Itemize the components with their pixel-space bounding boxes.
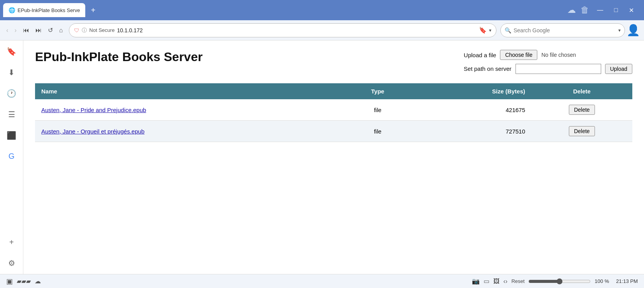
battery-icon: ▰▰▰: [17, 277, 31, 285]
home-button[interactable]: ⌂: [57, 25, 65, 35]
sidebar-list-icon[interactable]: ☰: [6, 107, 18, 121]
page-title: EPub-InkPlate Books Server: [35, 50, 202, 64]
sidebar-download-icon[interactable]: ⬇: [6, 65, 17, 79]
cloud-icon[interactable]: ☁: [567, 5, 576, 15]
no-file-text: No file chosen: [541, 52, 576, 58]
file-name-cell: Austen, Jane - Orgueil et préjugés.epub: [35, 121, 344, 142]
zoom-slider[interactable]: [528, 278, 591, 284]
cloud-status-icon: ☁: [35, 277, 41, 285]
content-area: EPub-InkPlate Books Server Upload a file…: [23, 40, 644, 274]
first-button[interactable]: ⏮: [21, 25, 32, 35]
image-icon[interactable]: 🖼: [493, 278, 500, 285]
table-row: Austen, Jane - Pride and Prejudice.epub …: [35, 99, 632, 121]
file-delete-cell: Delete: [531, 99, 632, 121]
path-input[interactable]: [516, 64, 601, 74]
forward-button[interactable]: ›: [12, 25, 19, 35]
search-bar[interactable]: 🔍 ▾: [500, 23, 625, 37]
trash-icon[interactable]: 🗑: [581, 5, 589, 15]
file-type-cell: file: [344, 99, 411, 121]
file-delete-cell: Delete: [531, 121, 632, 142]
search-icon: 🔍: [505, 27, 511, 33]
shield-icon: 🛡: [74, 27, 79, 33]
status-bar-right: 📷 ▭ 🖼 ‹› Reset 100 % 21:13 PM: [472, 277, 638, 285]
upload-file-label: Upload a file: [464, 52, 496, 58]
sidebar-google-icon[interactable]: G: [6, 149, 17, 163]
upload-button[interactable]: Upload: [605, 64, 632, 74]
clock: 21:13 PM: [616, 278, 638, 284]
sidebar-bookmark-icon[interactable]: 🔖: [4, 44, 19, 58]
minimize-button[interactable]: —: [594, 5, 606, 15]
main-layout: 🔖 ⬇ 🕐 ☰ ⬛ G + ⚙ EPub-InkPlate Books Serv…: [0, 40, 644, 274]
nav-bar: ‹ › ⏮ ⏭ ↺ ⌂ 🛡 ⓘ Not Secure 🔖 ▾ 🔍 ▾ 👤: [0, 20, 644, 40]
code-icon[interactable]: ‹›: [503, 278, 508, 285]
file-link[interactable]: Austen, Jane - Pride and Prejudice.epub: [41, 107, 146, 113]
sidebar-history-icon[interactable]: 🕐: [4, 86, 19, 100]
status-bar-left: ▣ ▰▰▰ ☁: [6, 277, 41, 286]
col-delete-header: Delete: [531, 83, 632, 99]
set-path-row: Set path on server Upload: [464, 64, 632, 74]
page-header: EPub-InkPlate Books Server Upload a file…: [35, 50, 632, 74]
delete-button[interactable]: Delete: [569, 105, 595, 115]
sidebar-add-icon[interactable]: +: [7, 235, 16, 249]
back-button[interactable]: ‹: [4, 25, 11, 35]
search-input[interactable]: [514, 27, 616, 33]
window-controls: ☁ 🗑 — □ ✕: [567, 5, 641, 16]
col-size-header: Size (Bytes): [412, 83, 531, 99]
info-icon: ⓘ: [82, 27, 87, 34]
not-secure-label: Not Secure: [89, 27, 114, 33]
reload-button[interactable]: ↺: [46, 25, 55, 35]
close-button[interactable]: ✕: [626, 5, 637, 16]
status-bar: ▣ ▰▰▰ ☁ 📷 ▭ 🖼 ‹› Reset 100 % 21:13 PM: [0, 274, 644, 288]
tab-strip: 🌐 EPub-InkPlate Books Serve +: [3, 3, 566, 17]
address-bar[interactable]: 🛡 ⓘ Not Secure 🔖 ▾: [69, 23, 496, 37]
file-table: Name Type Size (Bytes) Delete Austen, Ja…: [35, 83, 632, 142]
col-type-header: Type: [344, 83, 411, 99]
table-row: Austen, Jane - Orgueil et préjugés.epub …: [35, 121, 632, 142]
sidebar-window-icon[interactable]: ⬛: [4, 128, 19, 142]
dropdown-icon[interactable]: ▾: [489, 28, 491, 33]
sidebar: 🔖 ⬇ 🕐 ☰ ⬛ G + ⚙: [0, 40, 23, 274]
sidebar-settings-icon[interactable]: ⚙: [6, 256, 18, 270]
choose-file-button[interactable]: Choose file: [500, 50, 537, 60]
profile-icon[interactable]: 👤: [626, 24, 640, 37]
bookmark-icon[interactable]: 🔖: [479, 26, 487, 34]
last-button[interactable]: ⏭: [33, 25, 44, 35]
search-dropdown-icon[interactable]: ▾: [618, 28, 621, 33]
upload-section: Upload a file Choose file No file chosen…: [464, 50, 632, 74]
file-name-cell: Austen, Jane - Pride and Prejudice.epub: [35, 99, 344, 121]
title-bar: 🌐 EPub-InkPlate Books Serve + ☁ 🗑 — □ ✕: [0, 0, 644, 20]
upload-file-row: Upload a file Choose file No file chosen: [464, 50, 576, 60]
file-link[interactable]: Austen, Jane - Orgueil et préjugés.epub: [41, 128, 144, 135]
zoom-percent: 100 %: [595, 278, 612, 284]
active-tab[interactable]: 🌐 EPub-InkPlate Books Serve: [3, 3, 85, 17]
tab-favicon: 🌐: [9, 7, 15, 13]
file-size-cell: 727510: [412, 121, 531, 142]
delete-button[interactable]: Delete: [569, 126, 595, 136]
col-name-header: Name: [35, 83, 344, 99]
file-type-cell: file: [344, 121, 411, 142]
table-header-row: Name Type Size (Bytes) Delete: [35, 83, 632, 99]
maximize-button[interactable]: □: [611, 5, 621, 15]
url-input[interactable]: [117, 27, 477, 33]
reset-label[interactable]: Reset: [511, 278, 524, 284]
camera-icon[interactable]: 📷: [472, 277, 480, 285]
tab-title: EPub-InkPlate Books Serve: [18, 7, 80, 13]
file-size-cell: 421675: [412, 99, 531, 121]
sidebar-toggle-icon[interactable]: ▣: [6, 277, 13, 286]
set-path-label: Set path on server: [464, 65, 512, 73]
window-icon[interactable]: ▭: [484, 277, 489, 285]
new-tab-button[interactable]: +: [87, 4, 99, 16]
